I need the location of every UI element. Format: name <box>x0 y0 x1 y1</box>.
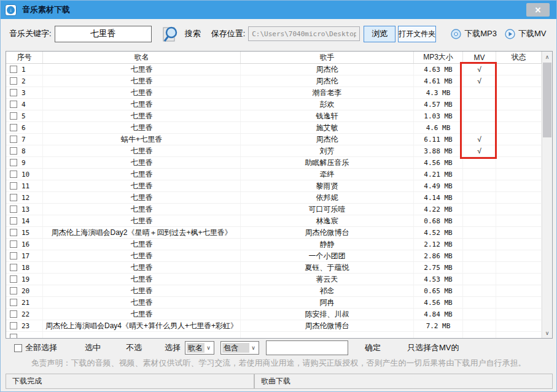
keyword-input[interactable] <box>55 26 152 42</box>
field-dropdown[interactable]: 歌名 ∨ <box>185 341 214 355</box>
row-index-cell: 5 <box>6 110 43 121</box>
singer-cell: 阿冉 <box>241 297 414 308</box>
row-index-cell: 15 <box>6 227 43 238</box>
row-checkbox[interactable] <box>10 217 17 225</box>
table-row[interactable]: 9七里香助眠解压音乐4.56 MB <box>6 157 542 169</box>
row-checkbox[interactable] <box>10 101 17 108</box>
row-checkbox[interactable] <box>10 206 17 213</box>
app-window: ↓ 音乐素材下载 ✕ 音乐关键字: 搜索 保存位置: 浏览 打开文件夹 <box>0 0 557 392</box>
unpick-button[interactable]: 不选 <box>126 342 142 353</box>
row-checkbox[interactable] <box>10 240 17 248</box>
column-header[interactable]: 序号 <box>6 52 43 63</box>
row-index-cell: 6 <box>6 122 43 133</box>
filter-bar: 全部选择 选中 不选 选择 歌名 ∨ 包含 ∨ 确定 只选择含MV的 <box>1 339 556 357</box>
scrollbar-thumb[interactable] <box>543 63 551 137</box>
table-row[interactable]: 19七里香蒋云天4.53 MB <box>6 274 542 285</box>
pick-button[interactable]: 选中 <box>85 342 101 353</box>
song-name-cell: 七里香 <box>43 157 241 168</box>
row-number: 14 <box>21 217 29 225</box>
filter-text-input[interactable] <box>266 340 348 355</box>
table-row[interactable]: 17七里香一个小团团2.86 MB <box>6 250 542 262</box>
table-row[interactable]: 5七里香钱逸轩1.03 MB <box>6 110 542 122</box>
select-all-checkbox[interactable] <box>14 344 22 352</box>
open-folder-button[interactable]: 打开文件夹 <box>398 26 436 42</box>
mv-flag-cell <box>463 297 496 308</box>
table-row[interactable]: 7蜗牛+七里香周杰伦6.11 MB√ <box>6 134 542 145</box>
row-checkbox[interactable] <box>10 275 17 283</box>
scroll-down-icon[interactable]: ∨ <box>542 328 552 338</box>
table-row[interactable]: 21七里香阿冉4.56 MB <box>6 297 542 309</box>
table-row[interactable]: 11七里香黎雨贤4.49 MB <box>6 180 542 192</box>
table-row[interactable]: 18七里香夏钰、于蕴悦2.75 MB <box>6 262 542 274</box>
row-index-cell: 21 <box>6 297 43 308</box>
column-header[interactable]: 歌名 <box>43 52 241 63</box>
table-row[interactable]: 8七里香刘芳3.88 MB√ <box>6 145 542 157</box>
row-checkbox[interactable] <box>10 229 17 236</box>
search-button[interactable] <box>160 24 181 44</box>
title-bar: ↓ 音乐素材下载 ✕ <box>1 1 556 19</box>
table-row[interactable]: 14七里香林逸宸0.68 MB <box>6 215 542 227</box>
mp3-size-cell: 2.12 MB <box>414 239 463 250</box>
table-row[interactable]: 2七里香周杰伦4.61 MB√ <box>6 75 542 87</box>
download-mv-button[interactable]: 下载MV <box>505 28 547 39</box>
row-checkbox[interactable] <box>10 89 17 96</box>
table-row[interactable]: 3七里香潮音老李4.3 MB <box>6 87 542 99</box>
row-checkbox[interactable] <box>10 299 17 306</box>
row-checkbox[interactable] <box>10 310 17 318</box>
scroll-up-icon[interactable]: ∧ <box>542 52 552 62</box>
row-checkbox[interactable] <box>10 147 17 155</box>
column-header[interactable]: 状态 <box>496 52 542 63</box>
row-checkbox[interactable] <box>10 159 17 166</box>
row-checkbox[interactable] <box>10 77 17 85</box>
row-checkbox[interactable] <box>10 136 17 143</box>
mp3-size-cell: 4.56 MB <box>414 157 463 168</box>
row-checkbox[interactable] <box>10 194 17 201</box>
row-checkbox[interactable] <box>10 252 17 259</box>
status-cell <box>496 309 542 320</box>
close-button[interactable]: ✕ <box>526 3 550 17</box>
singer-cell: 静静 <box>241 239 414 250</box>
table-row[interactable]: 15周杰伦上海演唱会Day2《星晴＋回到过去+枫+七里香》周杰伦微博台4.52 … <box>6 227 542 239</box>
only-select-mv-button[interactable]: 只选择含MV的 <box>407 342 459 353</box>
table-row[interactable]: 6七里香施艾敏4.6 MB <box>6 122 542 134</box>
table-row[interactable]: 22七里香陈安排、川叔4.84 MB <box>6 309 542 320</box>
song-name-cell: 七里香 <box>43 285 241 296</box>
row-checkbox[interactable] <box>10 334 17 338</box>
row-checkbox[interactable] <box>10 66 17 73</box>
singer-cell: 周杰伦微博台 <box>241 320 414 331</box>
row-index-cell: 22 <box>6 309 43 320</box>
song-name-cell: 七里香 <box>43 180 241 191</box>
operator-dropdown[interactable]: 包含 ∨ <box>220 341 259 355</box>
status-cell <box>496 239 542 250</box>
row-checkbox[interactable] <box>10 124 17 131</box>
table-row[interactable]: 10七里香牵绊4.21 MB <box>6 169 542 180</box>
download-mp3-button[interactable]: 下载MP3 <box>451 28 497 39</box>
status-cell <box>496 250 542 261</box>
browse-button[interactable]: 浏览 <box>364 26 395 42</box>
row-checkbox[interactable] <box>10 322 17 329</box>
table-row[interactable]: 4七里香彭欢4.57 MB <box>6 99 542 110</box>
table-row[interactable]: 23周杰伦上海演唱会Day4《晴天+算什么男人+七里香+彩虹》周杰伦微博台7.2… <box>6 320 542 332</box>
mp3-size-cell <box>414 332 463 338</box>
row-index-cell: 3 <box>6 87 43 98</box>
table-row[interactable]: 16七里香静静2.12 MB <box>6 239 542 250</box>
column-header[interactable]: MV <box>463 52 496 63</box>
column-header[interactable]: 歌手 <box>241 52 414 63</box>
status-cell <box>496 110 542 121</box>
save-path-input[interactable] <box>248 26 360 41</box>
row-checkbox[interactable] <box>10 112 17 120</box>
row-checkbox[interactable] <box>10 264 17 271</box>
table-row[interactable]: 20七里香祁念0.65 MB <box>6 285 542 297</box>
mp3-size-cell: 4.14 MB <box>414 192 463 203</box>
table-row[interactable]: 13七里香可口可乐噎4.22 MB <box>6 204 542 215</box>
row-checkbox[interactable] <box>10 171 17 178</box>
confirm-button[interactable]: 确定 <box>365 342 381 353</box>
row-checkbox[interactable] <box>10 287 17 294</box>
table-row[interactable]: 12七里香依邦妮4.14 MB <box>6 192 542 204</box>
table-row[interactable]: 1七里香周杰伦4.63 MB√ <box>6 64 542 75</box>
mv-flag-cell <box>463 110 496 121</box>
column-header[interactable]: MP3大小 <box>414 52 463 63</box>
vertical-scrollbar[interactable]: ∧ ∨ <box>542 52 552 338</box>
row-checkbox[interactable] <box>10 182 17 190</box>
mv-flag-cell <box>463 250 496 261</box>
